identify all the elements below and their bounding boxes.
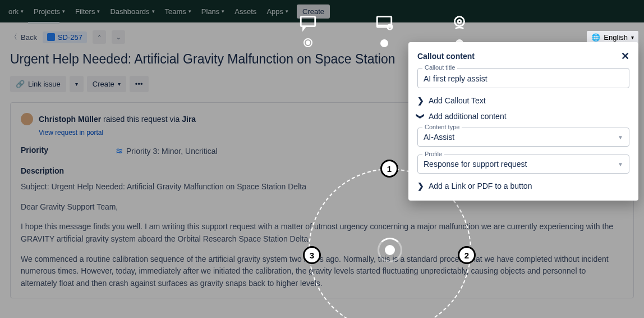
link-issue-button[interactable]: 🔗 Link issue [10,76,66,92]
callout-header: Callout content [417,52,475,61]
priority-label: Priority [21,146,48,156]
issue-type-icon [47,33,55,41]
content-type-label: Content type [422,124,462,130]
add-link-pdf-toggle[interactable]: ❯ Add a Link or PDF to a button [417,181,629,190]
content-type-select[interactable]: Content type AI-Assist ▼ [417,128,629,147]
nav-apps[interactable]: Apps▾ [261,0,293,22]
close-button[interactable]: ✕ [621,50,629,62]
more-actions-button[interactable]: ••• [130,76,149,92]
link-icon: 🔗 [16,80,25,88]
create-label: Create [93,80,114,88]
avatar [21,113,33,125]
add-callout-text-label: Add Callout Text [429,96,486,105]
language-label: English [604,33,628,42]
next-issue-button[interactable]: ⌄ [112,30,125,44]
issue-key-link[interactable]: SD-257 [43,31,87,43]
callout-editor-panel: Callout content ✕ Callout title ❯ Add Ca… [408,42,638,201]
back-button[interactable]: 〈 Back [10,32,37,42]
add-callout-text-toggle[interactable]: ❯ Add Callout Text [417,96,629,105]
nav-dashboards[interactable]: Dashboards▾ [105,0,159,22]
callout-title-field[interactable]: Callout title [417,68,629,88]
add-additional-content-toggle[interactable]: ❯ Add additional content [417,112,629,121]
desc-p2: We commenced a routine calibration seque… [21,253,623,290]
back-label: Back [21,33,37,42]
prev-issue-button[interactable]: ⌃ [93,30,106,44]
add-additional-label: Add additional content [429,112,507,121]
chevron-down-icon: ▾ [631,34,634,40]
reporter-name: Christoph Müller [39,115,101,124]
desc-p1: I hope this message finds you well. I am… [21,221,623,245]
reporter-via: Jira [182,115,196,124]
link-issue-dropdown[interactable]: ▾ [70,76,84,92]
content-type-value: AI-Assist [424,133,454,142]
link-issue-label: Link issue [28,80,61,88]
priority-icon: ≋ [116,146,123,156]
create-subtask-button[interactable]: Create ▾ [87,76,126,92]
top-navigation: ork▾ Projects▾ Filters▾ Dashboards▾ Team… [0,0,644,22]
chevron-right-icon: ❯ [417,181,424,190]
profile-select[interactable]: Profile Response for support request ▼ [417,155,629,174]
reporter-suffix: raised this request via [101,115,182,124]
chevron-down-icon: ▼ [618,134,623,140]
chevron-right-icon: ❯ [417,96,424,105]
desc-greeting: Dear Gravity Support Team, [21,201,623,213]
nav-plans[interactable]: Plans▾ [196,0,230,22]
chevron-left-icon: 〈 [10,32,17,42]
profile-value: Response for support request [424,160,527,169]
chevron-down-icon: ▼ [618,161,623,167]
nav-work[interactable]: ork▾ [3,0,29,22]
callout-title-input[interactable] [424,74,623,83]
issue-key-text: SD-257 [58,33,82,42]
create-button[interactable]: Create [297,4,330,19]
nav-assets[interactable]: Assets [229,0,261,22]
chevron-down-icon: ❯ [416,113,425,120]
profile-label: Profile [422,151,444,157]
globe-icon: 🌐 [591,33,600,42]
nav-filters[interactable]: Filters▾ [70,0,105,22]
priority-value: Priority 3: Minor, Uncritical [126,147,218,156]
nav-teams[interactable]: Teams▾ [160,0,196,22]
callout-title-label: Callout title [422,64,457,71]
add-link-label: Add a Link or PDF to a button [429,181,532,190]
nav-projects[interactable]: Projects▾ [29,0,70,22]
